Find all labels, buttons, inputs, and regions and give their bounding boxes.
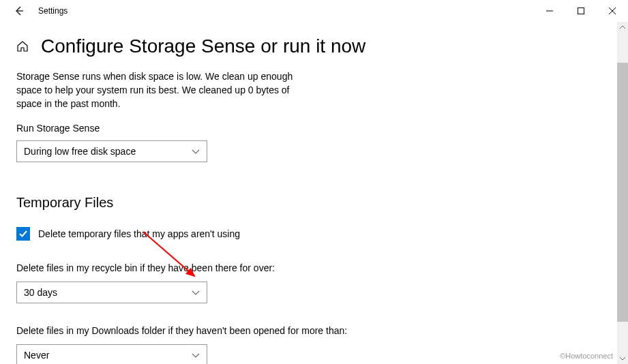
downloads-group: Delete files in my Downloads folder if t… [16,325,612,364]
recycle-bin-value: 30 days [24,287,57,298]
window-controls [534,0,628,22]
watermark: ©Howtoconnect [560,352,613,360]
recycle-bin-dropdown[interactable]: 30 days [16,282,207,303]
minimize-icon [546,7,553,14]
temp-files-section-title: Temporary Files [16,195,612,211]
downloads-dropdown[interactable]: Never [16,344,207,364]
chevron-up-icon [620,25,625,29]
chevron-down-icon [192,287,200,298]
page-header: Configure Storage Sense or run it now [16,35,612,57]
checkmark-icon [18,229,28,239]
maximize-button[interactable] [565,0,597,22]
recycle-bin-label: Delete files in my recycle bin if they h… [16,262,612,273]
maximize-icon [578,7,584,14]
close-icon [609,7,616,14]
back-arrow-icon [14,5,25,16]
run-sense-label: Run Storage Sense [16,123,612,134]
window-title: Settings [38,6,68,16]
scrollbar[interactable] [617,22,628,364]
run-sense-value: During low free disk space [24,146,136,157]
titlebar: Settings [0,0,628,22]
run-sense-dropdown[interactable]: During low free disk space [16,140,207,162]
temp-files-checkbox-label: Delete temporary files that my apps aren… [38,228,240,239]
scroll-down-button[interactable] [617,353,628,364]
chevron-down-icon [192,350,200,361]
chevron-down-icon [192,146,200,157]
scroll-up-button[interactable] [617,22,628,33]
temp-files-checkbox-row: Delete temporary files that my apps aren… [16,227,612,241]
content-area: Configure Storage Sense or run it now St… [0,35,628,364]
page-title: Configure Storage Sense or run it now [41,35,365,57]
recycle-bin-group: Delete files in my recycle bin if they h… [16,262,612,303]
page-description: Storage Sense runs when disk space is lo… [16,70,316,110]
minimize-button[interactable] [534,0,565,22]
downloads-label: Delete files in my Downloads folder if t… [16,325,612,336]
home-icon[interactable] [16,40,29,52]
back-button[interactable] [5,0,33,22]
chevron-down-icon [620,357,625,361]
svg-rect-2 [578,8,584,14]
temp-files-checkbox[interactable] [16,227,30,241]
close-button[interactable] [597,0,628,22]
scrollbar-thumb[interactable] [617,63,628,322]
downloads-value: Never [24,350,49,361]
